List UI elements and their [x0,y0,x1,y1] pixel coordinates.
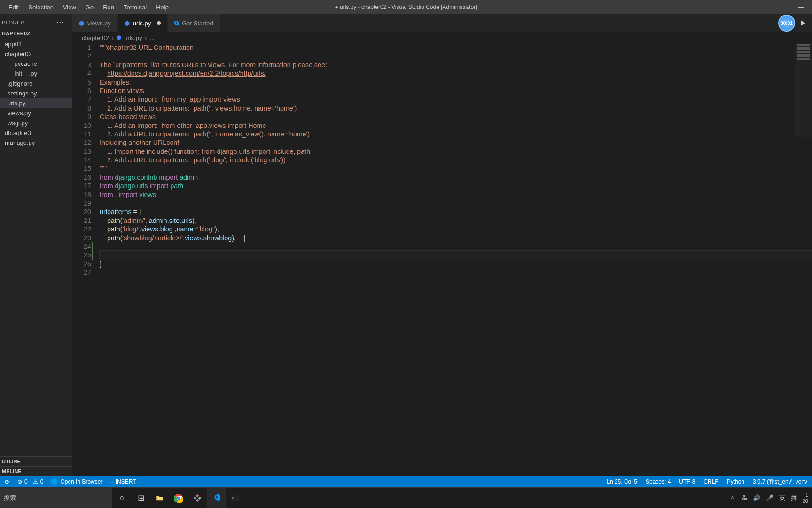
tab-controls: 00:31 [778,14,812,32]
status-right: Ln 25, Col 5 Spaces: 4 UTF-8 CRLF Python… [607,478,807,485]
tab-label: urls.py [133,20,151,27]
sync-icon [5,478,10,485]
chrome-icon[interactable] [169,488,188,508]
tree-file-wsgi[interactable]: wsgi.py [0,118,72,128]
tree-file-gitignore[interactable]: .gitignore [0,79,72,88]
taskbar-search[interactable]: 搜索 [0,488,112,508]
status-encoding[interactable]: UTF-8 [679,478,695,485]
breadcrumb-more[interactable]: ... [150,34,155,41]
tree-file-views[interactable]: views.py [0,108,72,118]
status-problems[interactable]: ⊘0 ⚠0 [17,478,43,485]
chevron-icon: › [145,34,147,41]
tray-network-icon[interactable]: 🖧 [741,494,747,501]
explorer-icon[interactable] [150,488,169,508]
explorer-header: PLORER ⋯ [0,14,72,29]
run-icon[interactable] [801,20,805,26]
python-icon: ⬢ [125,20,130,27]
tab-getstarted[interactable]: ⧉ Get Started [168,14,220,32]
vscode-taskbar-icon[interactable] [207,488,226,508]
breadcrumb-file[interactable]: urls.py [124,34,142,41]
status-open-browser[interactable]: 🌐 Open In Browser [51,478,102,485]
status-env[interactable]: 3.9.7 ('first_env': venv [753,478,807,485]
taskview-icon[interactable]: ⊞ [132,488,150,508]
vscode-icon: ⧉ [174,19,179,27]
breadcrumb-folder[interactable]: chapter02 [82,34,109,41]
tree-file-settings[interactable]: settings.py [0,88,72,98]
modified-dot-icon [157,21,161,25]
app-icon[interactable] [188,488,207,508]
line-gutter: 1234 5678 9101112 13141516 17181920 2122… [72,43,100,476]
status-lncol[interactable]: Ln 25, Col 5 [607,478,637,485]
menu-run[interactable]: Run [98,2,119,13]
menu-terminal[interactable]: Terminal [119,2,151,13]
outline-section[interactable]: UTLINE [0,456,72,466]
status-eol[interactable]: CRLF [703,478,718,485]
tray-clock[interactable]: 120 [803,492,808,504]
file-tree: app01 chapter02 __pycache__ __init__.py … [0,38,72,149]
editor-tabs: ⬢ views.py ⬢ urls.py ⧉ Get Started 00:31 [72,14,812,32]
status-spaces[interactable]: Spaces: 4 [646,478,671,485]
menu-view[interactable]: View [58,2,81,13]
status-sync[interactable] [5,478,10,485]
tray-mic-icon[interactable]: 🎤 [766,494,773,501]
svg-point-1 [177,496,180,500]
terminal-icon[interactable]: >_ [226,488,244,508]
main-area: PLORER ⋯ HAPTER02 app01 chapter02 __pyca… [0,14,812,476]
globe-icon: 🌐 [51,478,58,485]
status-bar: ⊘0 ⚠0 🌐 Open In Browser -- INSERT -- Ln … [0,476,812,487]
menu-bar: Edit Selection View Go Run Terminal Help [0,2,173,13]
windows-taskbar: 搜索 ○ ⊞ >_ ＾ 🖧 🔊 🎤 英 拼 120 [0,487,812,508]
system-tray: ＾ 🖧 🔊 🎤 英 拼 120 [729,492,812,504]
minimap[interactable] [795,43,812,137]
tab-label: Get Started [182,20,213,27]
cortana-icon[interactable]: ○ [113,488,132,508]
menu-selection[interactable]: Selection [23,2,58,13]
sidebar-explorer: PLORER ⋯ HAPTER02 app01 chapter02 __pyca… [0,14,72,476]
menu-edit[interactable]: Edit [4,2,23,13]
folder-icon [156,495,164,501]
python-icon: ⬢ [79,20,84,27]
minimize-button[interactable]: ─ [790,0,812,14]
sidebar-bottom-sections: UTLINE MELINE [0,456,72,476]
tree-file-db[interactable]: db.sqlite3 [0,128,72,138]
tree-file-urls[interactable]: urls.py [0,98,72,108]
editor-region: ⬢ views.py ⬢ urls.py ⧉ Get Started 00:31… [72,14,812,476]
code-content[interactable]: """chapter02 URL Configuration The `urlp… [100,43,812,476]
status-lang[interactable]: Python [727,478,744,485]
tray-ime-extra[interactable]: 拼 [791,494,797,502]
error-icon: ⊘ [17,478,22,485]
title-bar: Edit Selection View Go Run Terminal Help… [0,0,812,14]
tree-folder-app01[interactable]: app01 [0,39,72,49]
chevron-icon: › [112,34,114,41]
python-icon: ⬢ [117,34,121,41]
window-controls: ─ [790,0,812,14]
menu-go[interactable]: Go [81,2,98,13]
tab-urls[interactable]: ⬢ urls.py [118,14,168,32]
tab-views[interactable]: ⬢ views.py [72,14,118,32]
window-title: ● urls.py - chapter02 - Visual Studio Co… [335,4,477,10]
tray-volume-icon[interactable]: 🔊 [753,494,760,501]
tray-ime[interactable]: 英 [779,494,785,502]
explorer-label: PLORER [2,20,24,25]
project-name[interactable]: HAPTER02 [0,29,72,38]
code-editor[interactable]: 1234 5678 9101112 13141516 17181920 2122… [72,43,812,476]
svg-text:>_: >_ [232,496,236,500]
explorer-more-icon[interactable]: ⋯ [56,18,67,27]
tree-folder-chapter02[interactable]: chapter02 [0,49,72,59]
tab-label: views.py [87,20,111,27]
timeline-section[interactable]: MELINE [0,466,72,476]
timer-badge[interactable]: 00:31 [778,15,795,32]
status-vim-mode: -- INSERT -- [110,478,141,485]
menu-help[interactable]: Help [151,2,173,13]
warning-icon: ⚠ [33,478,38,485]
tree-folder-pycache[interactable]: __pycache__ [0,59,72,69]
tray-chevron-icon[interactable]: ＾ [729,494,735,502]
breadcrumb[interactable]: chapter02 › ⬢ urls.py › ... [72,32,812,43]
tree-file-manage[interactable]: manage.py [0,138,72,148]
tree-file-init[interactable]: __init__.py [0,69,72,79]
taskbar-icons: ○ ⊞ >_ [113,488,244,508]
